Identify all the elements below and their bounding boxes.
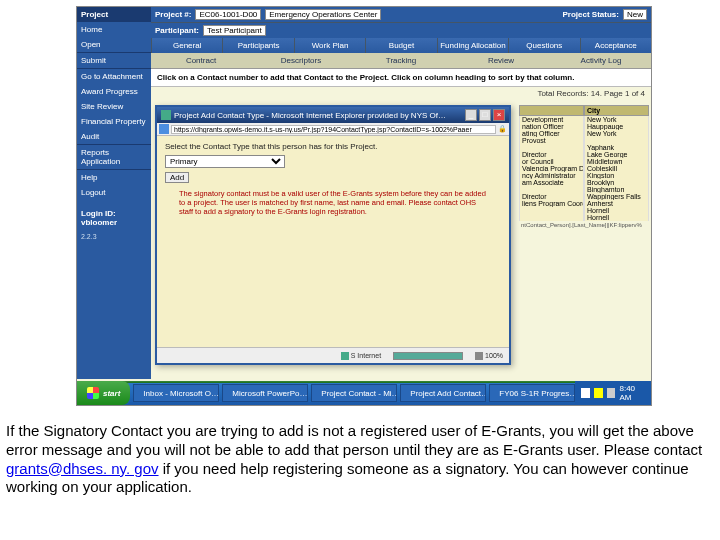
status-value: New xyxy=(623,9,647,20)
tab-participants[interactable]: Participants xyxy=(222,38,293,53)
status-zoom: 100% xyxy=(485,352,503,359)
slide-caption: If the Signatory Contact you are trying … xyxy=(6,422,714,497)
address-bar: 🔒 xyxy=(157,123,509,136)
login-id-value: vbloomer xyxy=(81,218,117,227)
nav-goto-attachment[interactable]: Go to Attachment xyxy=(77,69,151,84)
tab-acceptance[interactable]: Acceptance xyxy=(580,38,651,53)
tab-contract[interactable]: Contract xyxy=(151,53,251,68)
nav-help[interactable]: Help xyxy=(77,170,151,185)
table-row[interactable]: Yaphank xyxy=(519,144,649,151)
contact-type-select[interactable]: Primary xyxy=(165,155,285,168)
tab-activitylog[interactable]: Activity Log xyxy=(551,53,651,68)
col-city[interactable]: City xyxy=(584,105,649,116)
table-row[interactable]: ncy AdministratorKingston xyxy=(519,172,649,179)
taskbar-item[interactable]: Project Contact - Mi… xyxy=(311,384,397,402)
project-name: Emergency Operations Center xyxy=(265,9,381,20)
taskbar: start Inbox - Microsoft O… Microsoft Pow… xyxy=(77,381,651,405)
version: 2.2.3 xyxy=(77,230,151,243)
popup-window: Project Add Contact Type - Microsoft Int… xyxy=(155,105,511,365)
topbar: Project #: EC06-1001-D00 Emergency Opera… xyxy=(151,7,651,22)
nav-award-progress[interactable]: Award Progress xyxy=(77,84,151,99)
maximize-button[interactable]: □ xyxy=(479,109,491,121)
table-row[interactable]: DirectorWappingers Falls xyxy=(519,193,649,200)
table-row[interactable]: nation OfficerHauppauge xyxy=(519,123,649,130)
url-input[interactable] xyxy=(171,125,496,134)
table-row[interactable]: Valencia Program DirectorCobleskill xyxy=(519,165,649,172)
tab-general[interactable]: General xyxy=(151,38,222,53)
table-row[interactable]: liens Program CoordinatorAmherst xyxy=(519,200,649,207)
tray-icon[interactable] xyxy=(594,388,603,398)
project-num: EC06-1001-D00 xyxy=(195,9,261,20)
nav-site-review[interactable]: Site Review xyxy=(77,99,151,114)
status-site: S Internet xyxy=(351,352,381,359)
tab-questions[interactable]: Questions xyxy=(508,38,579,53)
tab-review[interactable]: Review xyxy=(451,53,551,68)
ie-icon xyxy=(161,110,171,120)
minimize-button[interactable]: _ xyxy=(465,109,477,121)
table-row[interactable]: DevelopmentNew York xyxy=(519,116,649,123)
nav-financial-property[interactable]: Financial Property xyxy=(77,114,151,129)
table-row[interactable]: Provost xyxy=(519,137,649,144)
table-footer: ntContact_Person].[Last_Name]||KF:lipper… xyxy=(519,221,649,229)
table-row[interactable]: or CouncilMiddletown xyxy=(519,158,649,165)
nav-open[interactable]: Open xyxy=(77,37,151,52)
tab-funding[interactable]: Funding Allocation xyxy=(437,38,508,53)
sidebar-header: Project xyxy=(77,7,151,22)
internet-zone-icon xyxy=(341,352,349,360)
windows-logo-icon xyxy=(87,387,99,399)
tray-icon[interactable] xyxy=(581,388,590,398)
start-button[interactable]: start xyxy=(77,381,130,405)
clock[interactable]: 8:40 AM xyxy=(619,384,645,402)
nav-submit[interactable]: Submit xyxy=(77,53,151,68)
table-row[interactable]: Hornell xyxy=(519,207,649,214)
lock-icon: 🔒 xyxy=(498,125,507,133)
status-label: Project Status: xyxy=(563,10,619,19)
table-row[interactable]: ating OfficerNew York xyxy=(519,130,649,137)
tab-tracking[interactable]: Tracking xyxy=(351,53,451,68)
project-num-label: Project #: xyxy=(155,10,191,19)
close-button[interactable]: × xyxy=(493,109,505,121)
popup-titlebar[interactable]: Project Add Contact Type - Microsoft Int… xyxy=(157,107,509,123)
popup-prompt: Select the Contact Type that this person… xyxy=(165,142,501,151)
table-row[interactable]: Hornell xyxy=(519,214,649,221)
primary-tabs: General Participants Work Plan Budget Fu… xyxy=(151,38,651,53)
sidebar: Project Home Open Submit Go to Attachmen… xyxy=(77,7,151,379)
login-id-label: Login ID: vbloomer xyxy=(77,206,151,230)
table-row[interactable]: DirectorLake George xyxy=(519,151,649,158)
popup-statusbar: S Internet 100% xyxy=(157,347,509,363)
nav-home[interactable]: Home xyxy=(77,22,151,37)
instruction-text: Click on a Contact number to add that Co… xyxy=(151,69,651,87)
add-button[interactable]: Add xyxy=(165,172,189,183)
taskbar-item[interactable]: FY06 S-1R Progres… xyxy=(489,384,575,402)
participant-value: Test Participant xyxy=(203,25,266,36)
tab-descriptors[interactable]: Descriptors xyxy=(251,53,351,68)
secondary-tabs: Contract Descriptors Tracking Review Act… xyxy=(151,53,651,69)
nav-logout[interactable]: Logout xyxy=(77,185,151,200)
zoom-icon xyxy=(475,352,483,360)
col-role[interactable] xyxy=(519,105,584,116)
tab-workplan[interactable]: Work Plan xyxy=(294,38,365,53)
volume-icon[interactable] xyxy=(607,388,616,398)
page-icon xyxy=(159,124,169,134)
table-row[interactable]: Binghamton xyxy=(519,186,649,193)
taskbar-item[interactable]: Microsoft PowerPo… xyxy=(222,384,308,402)
progress-bar xyxy=(393,352,463,360)
popup-title: Project Add Contact Type - Microsoft Int… xyxy=(174,111,463,120)
taskbar-item[interactable]: Inbox - Microsoft O… xyxy=(133,384,219,402)
participant-label: Participant: xyxy=(155,26,199,35)
taskbar-item[interactable]: Project Add Contact… xyxy=(400,384,486,402)
system-tray: 8:40 AM xyxy=(575,381,651,405)
error-message: The signatory contact must be a valid us… xyxy=(179,189,487,216)
table-row[interactable]: am AssociateBrooklyn xyxy=(519,179,649,186)
nav-audit[interactable]: Audit xyxy=(77,129,151,144)
records-summary: Total Records: 14. Page 1 of 4 xyxy=(151,87,651,100)
nav-reports-application[interactable]: Reports Application xyxy=(77,145,151,169)
tab-budget[interactable]: Budget xyxy=(365,38,436,53)
email-link[interactable]: grants@dhses. ny. gov xyxy=(6,460,159,477)
contacts-table: City DevelopmentNew Yorknation OfficerHa… xyxy=(519,105,649,229)
